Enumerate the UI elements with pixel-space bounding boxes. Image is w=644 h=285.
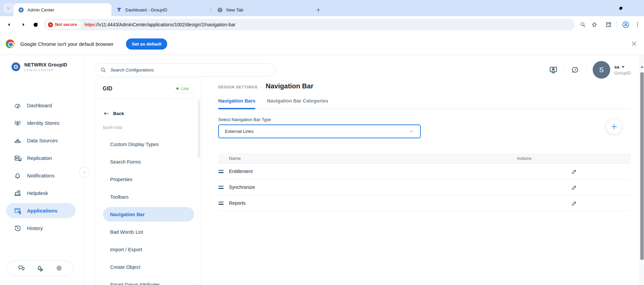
replication-icon <box>14 154 22 162</box>
chevron-left-icon <box>82 170 87 175</box>
sidebar-item-notifications[interactable]: Notifications <box>6 168 76 183</box>
panel-section-label: MARYAM <box>103 125 122 130</box>
sidebar-item-replication[interactable]: Replication <box>6 150 76 166</box>
sidebar-item-helpdesk[interactable]: ? Helpdesk <box>6 186 76 201</box>
row-name: Reports <box>229 200 517 206</box>
banner-close-icon[interactable] <box>631 40 637 47</box>
column-header-actions: Actions <box>517 156 631 161</box>
back-label: Back <box>113 111 124 116</box>
tab-navigation-bars[interactable]: Navigation Bars <box>218 98 255 109</box>
url-rest: ://v11:4443/AdminCenter/applications/100… <box>95 22 235 27</box>
not-secure-label: Not secure <box>55 22 77 27</box>
window-minimize-icon[interactable] <box>597 0 613 16</box>
tab-new-tab[interactable]: New Tab <box>212 3 310 16</box>
sidebar-item-history[interactable]: History <box>6 221 76 236</box>
panel-header: GID Live <box>95 79 201 99</box>
menu-item-label: Import / Export <box>110 247 142 252</box>
table-header-row: Name Actions <box>218 153 631 164</box>
tab-navigation-bar-categories[interactable]: Navigation Bar Categories <box>267 98 328 109</box>
design-settings-panel: GID Live Back MARYAM Custom Display Type… <box>95 78 201 285</box>
drag-handle-icon[interactable] <box>218 170 224 173</box>
menu-item-label: Properties <box>110 177 132 182</box>
tab-separator <box>211 7 211 13</box>
sidebar-item-data-sources[interactable]: Data Sources <box>6 133 76 148</box>
tab-search-button[interactable] <box>3 3 14 13</box>
navigation-bars-table: Name Actions Entitlement Synchronize Rep… <box>218 153 631 211</box>
drag-handle-icon[interactable] <box>218 186 224 189</box>
menu-item-label: Custom Display Types <box>110 142 159 147</box>
set-as-default-button[interactable]: Set as default <box>126 38 167 50</box>
tab-title: Admin Center <box>27 7 101 12</box>
sidebar-item-identity-stores[interactable]: Identity Stores <box>6 115 76 131</box>
notifications-icon <box>14 172 22 180</box>
drag-handle-icon[interactable] <box>218 202 224 205</box>
sidebar-item-applications[interactable]: Applications <box>6 203 76 218</box>
window-close-icon[interactable] <box>628 0 644 16</box>
brand-name: NETWRIX GroupID <box>24 62 67 67</box>
data-sources-icon <box>14 137 22 145</box>
menu-item-smart-group-attributes[interactable]: Smart Group Attributes <box>103 277 194 285</box>
menu-item-create-object[interactable]: Create Object <box>103 260 194 274</box>
menu-item-bad-words-list[interactable]: Bad Words List <box>103 225 194 239</box>
settings-gear-icon[interactable] <box>55 264 63 272</box>
tab-dashboard-groupid[interactable]: Dashboard - GroupID <box>111 3 209 16</box>
not-secure-chip[interactable]: Not secure <box>46 20 81 29</box>
sidebar-item-label: Applications <box>27 208 57 213</box>
content-tabs: Navigation Bars Navigation Bar Categorie… <box>218 98 631 109</box>
sidebar-item-label: Notifications <box>27 173 55 178</box>
tab-close-icon[interactable] <box>101 6 109 13</box>
browser-toolbar: Not secure https://v11:4443/AdminCenter/… <box>0 16 644 33</box>
live-dot-icon <box>176 87 179 90</box>
panel-scrollbar-thumb[interactable] <box>198 100 200 158</box>
sidebar-item-label: Data Sources <box>27 138 58 143</box>
menu-item-import-export[interactable]: Import / Export <box>103 242 194 257</box>
default-browser-banner: Google Chrome isn't your default browser… <box>0 33 644 55</box>
scroll-up-icon[interactable] <box>641 66 643 68</box>
plus-icon <box>315 7 321 13</box>
extensions-icon[interactable] <box>605 21 612 28</box>
not-secure-icon <box>48 22 53 27</box>
edit-pencil-icon[interactable] <box>518 169 631 174</box>
column-header-name: Name <box>229 156 517 161</box>
tab-admin-center[interactable]: Admin Center <box>14 3 111 16</box>
forward-icon[interactable] <box>16 18 29 31</box>
chevron-down-icon <box>409 129 414 134</box>
reload-icon[interactable] <box>29 18 42 31</box>
back-icon[interactable] <box>3 18 16 31</box>
edit-pencil-icon[interactable] <box>518 184 631 190</box>
plus-icon <box>610 123 618 131</box>
chrome-logo-icon <box>6 39 15 48</box>
menu-item-properties[interactable]: Properties <box>103 172 194 187</box>
back-link[interactable]: Back <box>103 110 124 117</box>
profile-avatar-icon[interactable] <box>622 21 630 29</box>
tab-title: New Tab <box>226 7 300 12</box>
browser-titlebar: Admin Center Dashboard - GroupID <box>0 0 644 16</box>
edit-pencil-icon[interactable] <box>518 200 631 206</box>
breadcrumb-section: DESIGN SETTINGS <box>218 85 258 89</box>
new-tab-button[interactable] <box>314 5 323 14</box>
menu-item-search-forms[interactable]: Search Forms <box>103 154 194 169</box>
feedback-chat-icon[interactable] <box>17 264 25 272</box>
sidebar-item-label: Helpdesk <box>27 190 48 196</box>
menu-item-custom-display-types[interactable]: Custom Display Types <box>103 137 194 151</box>
navbar-type-select[interactable]: External Links <box>218 124 421 138</box>
menu-item-toolbars[interactable]: Toolbars <box>103 190 194 204</box>
menu-item-navigation-bar[interactable]: Navigation Bar <box>103 207 194 222</box>
panel-scrollbar[interactable] <box>198 99 200 284</box>
address-bar[interactable]: Not secure https://v11:4443/AdminCenter/… <box>44 19 575 30</box>
add-navigation-bar-button[interactable] <box>606 119 622 134</box>
sidebar-item-dashboard[interactable]: Dashboard <box>6 98 76 113</box>
window-restore-icon[interactable] <box>613 0 628 16</box>
bookmark-star-icon[interactable] <box>591 21 598 28</box>
tab-close-icon[interactable] <box>300 6 308 13</box>
scrollbar-thumb[interactable] <box>640 73 644 260</box>
notification-settings-icon[interactable] <box>36 264 44 272</box>
browser-menu-icon[interactable] <box>635 22 641 28</box>
table-row: Entitlement <box>218 164 631 179</box>
zoom-icon[interactable] <box>579 21 586 28</box>
arrow-left-icon <box>103 110 109 117</box>
url-text[interactable]: https://v11:4443/AdminCenter/application… <box>85 22 235 27</box>
page-scrollbar[interactable] <box>639 55 644 285</box>
tab-close-icon[interactable] <box>199 6 207 13</box>
panel-collapse-button[interactable] <box>79 167 90 178</box>
